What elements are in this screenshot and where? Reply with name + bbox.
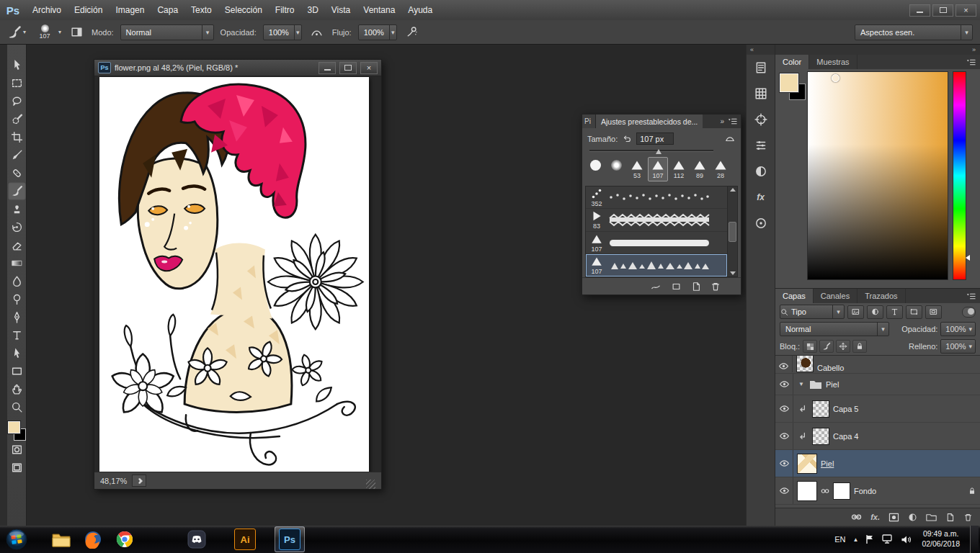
layer-thumbnail[interactable] bbox=[812, 428, 829, 445]
doc-maximize-button[interactable] bbox=[339, 62, 357, 74]
brush-preset-112[interactable]: 112 bbox=[669, 157, 689, 181]
path-selection-tool[interactable] bbox=[8, 344, 26, 362]
mask-link-icon[interactable] bbox=[821, 487, 829, 495]
maximize-button[interactable] bbox=[932, 4, 953, 17]
visibility-toggle[interactable] bbox=[775, 477, 793, 504]
resize-grip[interactable] bbox=[366, 480, 375, 489]
brush-preset-53[interactable]: 53 bbox=[627, 157, 647, 181]
slider-thumb[interactable] bbox=[656, 149, 662, 154]
layer-name[interactable]: Capa 4 bbox=[833, 432, 858, 441]
taskbar-discord-button[interactable] bbox=[182, 526, 212, 552]
brush-presets-panel[interactable]: Pi Ajustes preestablecidos de... » Tamañ… bbox=[582, 114, 741, 295]
shape-tool[interactable] bbox=[8, 362, 26, 380]
brush-size-slider[interactable] bbox=[589, 147, 734, 155]
airbrush-button[interactable] bbox=[404, 24, 421, 41]
delete-brush-icon[interactable] bbox=[710, 282, 721, 292]
foreground-color-swatch[interactable] bbox=[8, 421, 20, 433]
document-title-bar[interactable]: Ps flower.png al 48,2% (Piel, RGB/8) * × bbox=[94, 60, 381, 76]
status-options-button[interactable] bbox=[132, 475, 146, 487]
brush-stroke-item[interactable]: 83 bbox=[586, 209, 727, 231]
taskbar-explorer-button[interactable] bbox=[46, 526, 76, 552]
swatches-panel-button[interactable] bbox=[749, 82, 773, 105]
volume-icon[interactable] bbox=[901, 535, 912, 544]
dodge-tool[interactable] bbox=[8, 290, 26, 308]
new-brush-icon[interactable] bbox=[691, 282, 701, 292]
layer-name[interactable]: Cabello bbox=[817, 364, 844, 372]
visibility-toggle[interactable] bbox=[775, 423, 793, 449]
layer-name[interactable]: Capa 5 bbox=[833, 405, 858, 413]
pen-tool[interactable] bbox=[8, 308, 26, 326]
layer-name[interactable]: Fondo bbox=[854, 487, 876, 495]
document-canvas-area[interactable] bbox=[94, 76, 381, 472]
menu-imagen[interactable]: Imagen bbox=[109, 0, 151, 20]
doc-minimize-button[interactable] bbox=[318, 62, 336, 74]
gradient-tool[interactable] bbox=[8, 254, 26, 272]
filter-pixel-layers-button[interactable] bbox=[847, 305, 864, 319]
blur-tool[interactable] bbox=[8, 272, 26, 290]
taskbar-photoshop-button[interactable]: Ps bbox=[275, 526, 305, 552]
layer-thumbnail[interactable] bbox=[797, 481, 817, 501]
brush-stroke-item[interactable]: 107 bbox=[586, 232, 727, 254]
layer-style-icon[interactable]: fx. bbox=[870, 513, 880, 521]
flow-dropdown[interactable]: 100% ▾ bbox=[358, 24, 397, 40]
lasso-tool[interactable] bbox=[8, 92, 26, 110]
brush-presets-tab[interactable]: Ajustes preestablecidos de... bbox=[596, 114, 703, 128]
menu-capa[interactable]: Capa bbox=[151, 0, 184, 20]
doc-close-button[interactable]: × bbox=[360, 62, 378, 74]
menu-texto[interactable]: Texto bbox=[184, 0, 218, 20]
group-name[interactable]: Piel bbox=[826, 380, 839, 389]
language-indicator[interactable]: EN bbox=[834, 535, 845, 544]
reset-size-icon[interactable] bbox=[622, 134, 632, 144]
type-tool[interactable] bbox=[8, 326, 26, 344]
quick-selection-tool[interactable] bbox=[8, 110, 26, 128]
layer-filtering-toggle[interactable] bbox=[962, 307, 976, 318]
brush-preset-round-soft[interactable] bbox=[606, 157, 626, 181]
taskbar-clock[interactable]: 09:49 a.m. 02/06/2018 bbox=[919, 529, 963, 549]
layer-thumbnail[interactable] bbox=[797, 454, 817, 474]
visibility-toggle[interactable] bbox=[775, 395, 793, 422]
brush-tool[interactable] bbox=[8, 182, 26, 200]
layer-fill-input[interactable]: 100% ▾ bbox=[940, 339, 976, 354]
screen-mode-button[interactable] bbox=[8, 459, 26, 477]
brush-peek-tab[interactable]: Pi bbox=[582, 114, 596, 128]
clone-source-panel-button[interactable] bbox=[749, 212, 773, 235]
zoom-level[interactable]: 48,17% bbox=[100, 477, 127, 485]
scrollbar-thumb[interactable] bbox=[729, 222, 736, 242]
dock-header[interactable]: » bbox=[775, 45, 980, 55]
filter-type-layers-button[interactable] bbox=[886, 305, 903, 319]
hue-slider-marker[interactable] bbox=[966, 255, 970, 261]
brush-list-scrollbar[interactable] bbox=[727, 186, 737, 276]
tab-capas[interactable]: Capas bbox=[775, 289, 814, 303]
layer-filter-dropdown[interactable]: Tipo ▾ bbox=[780, 305, 845, 319]
layer-row-cabello[interactable]: Cabello bbox=[775, 356, 980, 374]
tab-canales[interactable]: Canales bbox=[814, 289, 858, 303]
taskbar-illustrator-button[interactable]: Ai bbox=[230, 526, 260, 552]
close-button[interactable]: × bbox=[956, 4, 976, 17]
layer-row-capa4[interactable]: Capa 4 bbox=[775, 423, 980, 450]
canvas-artwork[interactable] bbox=[99, 77, 369, 472]
minimize-button[interactable] bbox=[909, 4, 930, 17]
tab-muestras[interactable]: Muestras bbox=[809, 55, 857, 69]
tab-trazados[interactable]: Trazados bbox=[858, 289, 905, 303]
action-center-flag-icon[interactable] bbox=[865, 534, 875, 544]
dock-strip-header[interactable]: « bbox=[747, 45, 775, 55]
properties-panel-button[interactable] bbox=[749, 134, 773, 157]
eraser-tool[interactable] bbox=[8, 236, 26, 254]
taskbar-firefox-button[interactable] bbox=[78, 526, 108, 552]
move-tool[interactable] bbox=[8, 56, 26, 74]
brush-stroke-item-selected[interactable]: 107 bbox=[586, 254, 727, 276]
menu-ayuda[interactable]: Ayuda bbox=[401, 0, 439, 20]
delete-layer-icon[interactable] bbox=[963, 513, 973, 522]
add-layer-mask-icon[interactable] bbox=[888, 513, 899, 522]
layer-name[interactable]: Piel bbox=[821, 459, 834, 468]
menu-ventana[interactable]: Ventana bbox=[357, 0, 401, 20]
opacity-dropdown[interactable]: 100% ▾ bbox=[263, 24, 302, 40]
hidden-icons-button[interactable]: ▲ bbox=[853, 536, 859, 543]
menu-archivo[interactable]: Archivo bbox=[26, 0, 68, 20]
layer-group-piel[interactable]: ▼ Piel bbox=[775, 374, 980, 395]
healing-brush-tool[interactable] bbox=[8, 164, 26, 182]
brush-preset-round-hard[interactable] bbox=[585, 157, 605, 181]
layer-row-fondo[interactable]: Fondo bbox=[775, 477, 980, 505]
layer-row-capa5[interactable]: Capa 5 bbox=[775, 395, 980, 423]
link-layers-icon[interactable] bbox=[851, 513, 862, 521]
